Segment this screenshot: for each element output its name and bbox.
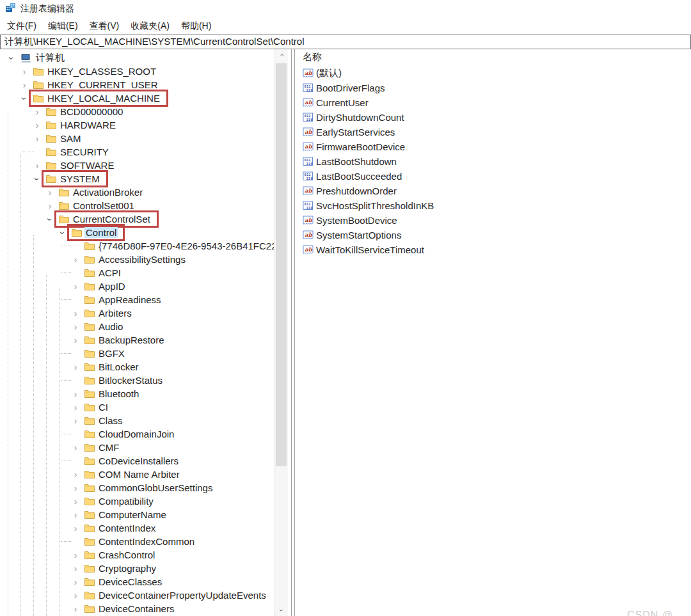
value-name-label[interactable]: PreshutdownOrder [316,186,397,196]
tree-key-label[interactable]: CrashControl [97,549,156,560]
tree-row[interactable]: ›Class [0,414,273,427]
tree-row[interactable]: ›HKEY_CURRENT_USER [0,78,273,91]
tree-row[interactable]: ›DeviceContainers [0,602,273,615]
value-row[interactable]: abFirmwareBootDevice [298,139,691,154]
value-row[interactable]: 011110SvcHostSplitThresholdInKB [298,198,691,213]
value-row[interactable]: abCurrentUser [298,95,691,110]
chevron-right-icon[interactable]: › [44,187,56,198]
chevron-down-icon[interactable]: › [31,173,43,186]
tree-row[interactable]: {7746D80F-97E0-4E26-9543-26B41FC22F7 [0,239,273,253]
value-row[interactable]: abPreshutdownOrder [298,184,691,198]
tree-key-label[interactable]: BCD00000000 [59,106,124,117]
tree-row[interactable]: ›计算机 [0,51,273,65]
chevron-right-icon[interactable]: › [69,523,82,534]
value-name-label[interactable]: EarlyStartServices [316,127,395,138]
tree-row[interactable]: ›HKEY_CLASSES_ROOT [0,65,273,78]
tree-key-label[interactable]: BitLocker [97,361,140,372]
value-name-label[interactable]: BootDriverFlags [316,83,385,93]
tree-key-label[interactable]: BitlockerStatus [97,375,164,386]
tree-key-label[interactable]: Cryptography [97,563,157,574]
tree-key-label[interactable]: {7746D80F-97E0-4E26-9543-26B41FC22F7 [97,241,289,251]
menu-file[interactable]: 文件(F) [1,19,42,34]
value-row[interactable]: 011110DirtyShutdownCount [298,110,691,125]
tree-row[interactable]: ›DeviceContainerPropertyUpdateEvents [0,588,273,602]
value-row[interactable]: 011110LastBootSucceeded [298,169,691,184]
chevron-right-icon[interactable]: › [69,388,82,400]
tree-row[interactable]: ›CommonGlobUserSettings [0,481,273,494]
value-name-label[interactable]: SvcHostSplitThresholdInKB [316,200,434,211]
tree-row[interactable]: ContentIndexCommon [0,535,273,548]
chevron-right-icon[interactable]: › [44,200,56,212]
tree-row[interactable]: ›Bluetooth [0,387,273,400]
value-name-label[interactable]: DirtyShutdownCount [316,112,404,123]
chevron-right-icon[interactable]: › [69,361,82,373]
tree-key-label[interactable]: CI [97,402,109,413]
tree-key-label[interactable]: Control [84,227,118,238]
tree-key-label[interactable]: COM Name Arbiter [97,469,181,480]
tree-key-label[interactable]: Class [97,415,124,426]
tree-row[interactable]: ›BCD00000000 [0,105,273,118]
scrollbar-track[interactable] [274,61,288,604]
chevron-down-icon[interactable]: › [6,52,17,65]
tree-key-label[interactable]: CoDeviceInstallers [97,455,180,466]
chevron-right-icon[interactable]: › [69,402,82,413]
tree-row[interactable]: ACPI [0,266,273,280]
chevron-right-icon[interactable]: › [18,66,31,77]
tree-row[interactable]: ›ControlSet001 [0,199,273,212]
value-row[interactable]: abSystemStartOptions [298,228,691,242]
chevron-right-icon[interactable]: › [31,133,44,145]
scrollbar-thumb[interactable] [276,63,287,466]
tree-row[interactable]: ›SYSTEM [0,172,273,186]
value-row[interactable]: ab(默认) [298,66,691,81]
tree-key-label[interactable]: AccessibilitySettings [97,254,187,265]
value-name-label[interactable]: CurrentUser [316,97,369,108]
value-row[interactable]: abWaitToKillServiceTimeout [298,242,691,257]
tree-key-label[interactable]: HARDWARE [59,120,117,130]
chevron-right-icon[interactable]: › [69,509,82,521]
value-name-label[interactable]: SystemBootDevice [316,215,397,226]
chevron-right-icon[interactable]: › [69,254,82,265]
tree-vertical-scrollbar[interactable]: › › [274,49,288,616]
tree-key-label[interactable]: ACPI [97,267,122,278]
chevron-right-icon[interactable]: › [69,563,82,574]
tree-key-label[interactable]: DeviceContainerPropertyUpdateEvents [97,590,267,601]
tree-key-label[interactable]: ActivationBroker [72,187,144,198]
chevron-right-icon[interactable]: › [31,160,44,171]
value-row[interactable]: 011110BootDriverFlags [298,81,691,95]
tree-row[interactable]: ›Cryptography [0,562,273,575]
tree-row[interactable]: ›BitLocker [0,360,273,374]
chevron-right-icon[interactable]: › [69,603,82,615]
tree-key-label[interactable]: ControlSet001 [72,200,136,211]
menu-help[interactable]: 帮助(H) [175,19,217,34]
chevron-right-icon[interactable]: › [31,106,44,118]
tree-key-label[interactable]: Arbiters [97,308,133,319]
tree-key-label[interactable]: CommonGlobUserSettings [97,482,214,493]
tree-key-label[interactable]: DeviceClasses [97,576,163,587]
chevron-right-icon[interactable]: › [69,496,82,507]
tree-row[interactable]: ›CurrentControlSet [0,212,273,226]
chevron-right-icon[interactable]: › [69,482,82,494]
address-bar[interactable]: 计算机\HKEY_LOCAL_MACHINE\SYSTEM\CurrentCon… [0,35,691,49]
tree-row[interactable]: ›Audio [0,320,273,333]
chevron-right-icon[interactable]: › [31,120,44,131]
tree-row[interactable]: ›CrashControl [0,548,273,562]
tree-row[interactable]: ›SOFTWARE [0,159,273,172]
menu-view[interactable]: 查看(V) [84,19,125,34]
tree-row[interactable]: ›AppID [0,280,273,293]
chevron-down-icon[interactable]: › [19,92,30,105]
chevron-right-icon[interactable]: › [69,281,82,292]
value-name-label[interactable]: (默认) [316,67,342,79]
scroll-up-icon[interactable]: › [276,49,287,62]
values-column-header-name[interactable]: 名称 [298,49,691,66]
tree-row[interactable]: ›ActivationBroker [0,186,273,199]
tree-row[interactable]: ›SAM [0,132,273,145]
tree-row[interactable]: ›HARDWARE [0,118,273,132]
tree-key-label[interactable]: BackupRestore [97,335,166,345]
tree-row[interactable]: ›CMF [0,441,273,454]
tree-key-label[interactable]: SYSTEM [59,173,101,184]
tree-row[interactable]: ›Compatibility [0,494,273,508]
chevron-right-icon[interactable]: › [69,469,82,480]
tree-row[interactable]: ›COM Name Arbiter [0,468,273,481]
value-row[interactable]: abSystemBootDevice [298,213,691,228]
chevron-right-icon[interactable]: › [69,442,82,454]
